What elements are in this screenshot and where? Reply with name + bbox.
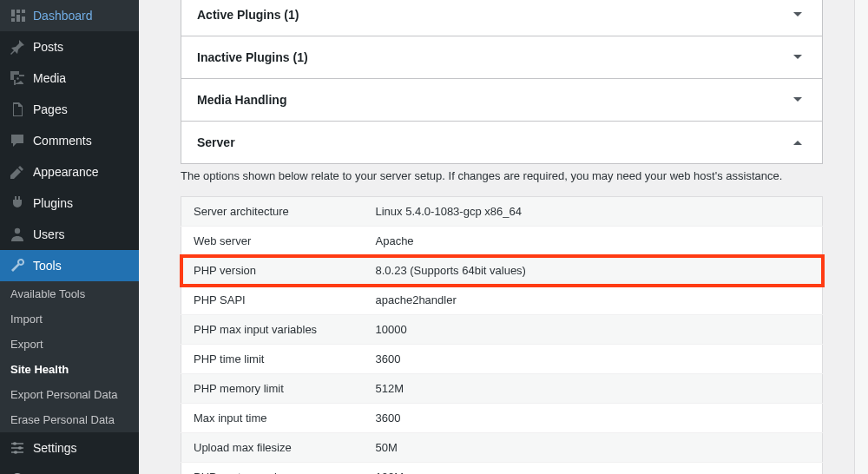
server-section: The options shown below relate to your s… xyxy=(181,164,823,474)
appearance-icon xyxy=(9,163,26,181)
server-row-label: PHP SAPI xyxy=(181,286,364,315)
accordion-title: Server xyxy=(197,135,235,149)
accordion-server[interactable]: Server xyxy=(181,122,822,163)
server-row-label: Web server xyxy=(181,227,364,256)
server-info-table: Server architectureLinux 5.4.0-1083-gcp … xyxy=(181,196,823,474)
table-row: PHP time limit3600 xyxy=(181,345,823,374)
table-row: PHP post max size100M xyxy=(181,463,823,475)
sidebar-label: Appearance xyxy=(33,165,99,179)
server-row-value: 8.0.23 (Supports 64bit values) xyxy=(364,256,823,286)
pin-icon xyxy=(9,38,26,56)
table-row: PHP SAPIapache2handler xyxy=(181,286,823,315)
accordion-inactive-plugins[interactable]: Inactive Plugins (1) xyxy=(181,36,822,79)
server-row-value: Apache xyxy=(364,227,823,256)
sidebar-label: Settings xyxy=(33,441,77,455)
sidebar-item-tools[interactable]: Tools xyxy=(0,250,139,281)
server-row-label: Upload max filesize xyxy=(181,433,364,463)
sidebar-item-dashboard[interactable]: Dashboard xyxy=(0,0,139,31)
server-row-label: PHP post max size xyxy=(181,463,364,475)
server-row-label: PHP memory limit xyxy=(181,374,364,404)
server-row-value: apache2handler xyxy=(364,286,823,315)
sidebar-item-posts[interactable]: Posts xyxy=(0,31,139,63)
table-row: Server architectureLinux 5.4.0-1083-gcp … xyxy=(181,197,823,227)
pages-icon xyxy=(9,101,26,118)
media-icon xyxy=(9,69,26,87)
server-row-label: Server architecture xyxy=(181,197,364,227)
server-row-value: 10000 xyxy=(364,315,823,345)
sidebar-label: Pages xyxy=(33,102,68,116)
sidebar-item-appearance[interactable]: Appearance xyxy=(0,156,139,188)
svg-point-1 xyxy=(15,228,20,234)
server-row-value: 100M xyxy=(364,463,823,475)
svg-point-6 xyxy=(18,446,22,450)
server-row-label: PHP max input variables xyxy=(181,315,364,345)
sidebar-item-media[interactable]: Media xyxy=(0,63,139,94)
chevron-up-icon xyxy=(789,134,806,151)
table-row: Web serverApache xyxy=(181,227,823,256)
submenu-import[interactable]: Import xyxy=(0,306,139,332)
accordion-media-handling[interactable]: Media Handling xyxy=(181,79,822,122)
comments-icon xyxy=(9,132,26,149)
sidebar-label: Media xyxy=(33,71,66,85)
server-row-value: 3600 xyxy=(364,404,823,433)
chevron-down-icon xyxy=(789,49,806,66)
table-row: PHP memory limit512M xyxy=(181,374,823,404)
users-icon xyxy=(9,226,26,243)
sidebar-label: Posts xyxy=(33,40,63,54)
sidebar-label: Comments xyxy=(33,134,92,148)
collapse-menu[interactable]: Collapse menu xyxy=(0,464,139,474)
scrollbar-track[interactable] xyxy=(854,0,868,474)
server-row-label: PHP time limit xyxy=(181,345,364,374)
server-row-value: 3600 xyxy=(364,345,823,374)
svg-point-0 xyxy=(16,77,18,79)
sidebar-item-pages[interactable]: Pages xyxy=(0,94,139,125)
svg-point-7 xyxy=(14,451,17,454)
sidebar-label: Plugins xyxy=(33,196,73,210)
dashboard-icon xyxy=(9,7,26,24)
tools-submenu: Available Tools Import Export Site Healt… xyxy=(0,281,139,432)
table-row: PHP version8.0.23 (Supports 64bit values… xyxy=(181,256,823,286)
chevron-down-icon xyxy=(789,6,806,23)
table-row: Upload max filesize50M xyxy=(181,433,823,463)
plugins-icon xyxy=(9,194,26,212)
submenu-export-personal[interactable]: Export Personal Data xyxy=(0,382,139,407)
sidebar-item-users[interactable]: Users xyxy=(0,219,139,250)
sidebar-label: Users xyxy=(33,227,65,241)
accordion-title: Active Plugins (1) xyxy=(197,8,299,22)
server-row-label: PHP version xyxy=(181,256,364,286)
sidebar-item-comments[interactable]: Comments xyxy=(0,125,139,156)
collapse-icon xyxy=(9,471,26,474)
sidebar-item-plugins[interactable]: Plugins xyxy=(0,188,139,219)
settings-icon xyxy=(9,439,26,457)
submenu-site-health[interactable]: Site Health xyxy=(0,357,139,382)
server-row-value: 50M xyxy=(364,433,823,463)
accordion-title: Media Handling xyxy=(197,93,286,107)
table-row: Max input time3600 xyxy=(181,404,823,433)
sidebar-label: Dashboard xyxy=(33,9,93,23)
accordion-active-plugins[interactable]: Active Plugins (1) xyxy=(181,0,822,36)
svg-point-5 xyxy=(13,442,16,445)
admin-sidebar: Dashboard Posts Media Pages Comments App… xyxy=(0,0,139,474)
server-row-label: Max input time xyxy=(181,404,364,433)
server-row-value: 512M xyxy=(364,374,823,404)
submenu-available-tools[interactable]: Available Tools xyxy=(0,281,139,306)
chevron-down-icon xyxy=(789,91,806,109)
table-row: PHP max input variables10000 xyxy=(181,315,823,345)
tools-icon xyxy=(9,257,26,274)
sidebar-label: Tools xyxy=(33,259,62,273)
server-description: The options shown below relate to your s… xyxy=(181,164,823,196)
submenu-export[interactable]: Export xyxy=(0,332,139,357)
accordion-title: Inactive Plugins (1) xyxy=(197,50,308,64)
sidebar-item-settings[interactable]: Settings xyxy=(0,432,139,464)
submenu-erase-personal[interactable]: Erase Personal Data xyxy=(0,407,139,432)
main-content: Active Plugins (1) Inactive Plugins (1) … xyxy=(139,0,868,474)
server-row-value: Linux 5.4.0-1083-gcp x86_64 xyxy=(364,197,823,227)
